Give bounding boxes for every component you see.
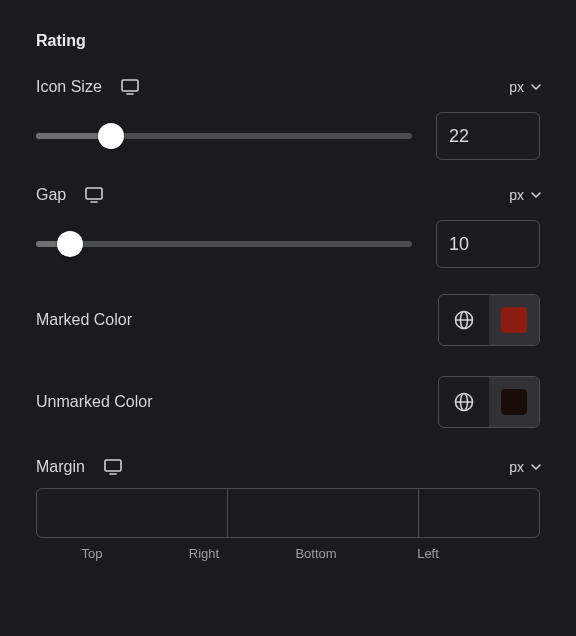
desktop-icon[interactable]: [103, 459, 123, 475]
marked-color-label: Marked Color: [36, 311, 132, 329]
icon-size-slider[interactable]: [36, 133, 412, 139]
gap-slider[interactable]: [36, 241, 412, 247]
margin-bottom-input[interactable]: [419, 489, 576, 537]
chevron-down-icon: [530, 462, 540, 472]
unmarked-color-label: Unmarked Color: [36, 393, 152, 411]
margin-control: Margin px Top Right Bottom Left: [36, 458, 540, 561]
icon-size-slider-thumb[interactable]: [98, 123, 124, 149]
margin-bottom-side-label: Bottom: [260, 546, 372, 561]
margin-left-side-label: Left: [372, 546, 484, 561]
icon-size-unit-label: px: [509, 79, 524, 95]
margin-top-side-label: Top: [36, 546, 148, 561]
margin-right-input[interactable]: [228, 489, 419, 537]
unmarked-color-control: Unmarked Color: [36, 376, 540, 428]
gap-control: Gap px: [36, 186, 540, 268]
margin-side-labels: Top Right Bottom Left: [36, 546, 540, 561]
margin-right-side-label: Right: [148, 546, 260, 561]
marked-color-swatch: [501, 307, 527, 333]
gap-label: Gap: [36, 186, 66, 204]
chevron-down-icon: [530, 82, 540, 92]
marked-color-swatch-button[interactable]: [489, 295, 539, 345]
icon-size-input[interactable]: [436, 112, 540, 160]
icon-size-unit-select[interactable]: px: [509, 79, 540, 95]
section-title: Rating: [36, 32, 540, 50]
margin-unit-label: px: [509, 459, 524, 475]
icon-size-control: Icon Size px: [36, 78, 540, 160]
unmarked-color-swatch: [501, 389, 527, 415]
desktop-icon[interactable]: [120, 79, 140, 95]
icon-size-label: Icon Size: [36, 78, 102, 96]
globe-icon: [453, 391, 475, 413]
margin-label: Margin: [36, 458, 85, 476]
gap-slider-thumb[interactable]: [57, 231, 83, 257]
unmarked-color-swatch-button[interactable]: [489, 377, 539, 427]
gap-unit-label: px: [509, 187, 524, 203]
desktop-icon[interactable]: [84, 187, 104, 203]
marked-color-global-button[interactable]: [439, 295, 489, 345]
margin-unit-select[interactable]: px: [509, 459, 540, 475]
gap-unit-select[interactable]: px: [509, 187, 540, 203]
globe-icon: [453, 309, 475, 331]
gap-input[interactable]: [436, 220, 540, 268]
marked-color-control: Marked Color: [36, 294, 540, 346]
margin-inputs-group: [36, 488, 540, 538]
chevron-down-icon: [530, 190, 540, 200]
unmarked-color-global-button[interactable]: [439, 377, 489, 427]
margin-top-input[interactable]: [37, 489, 228, 537]
